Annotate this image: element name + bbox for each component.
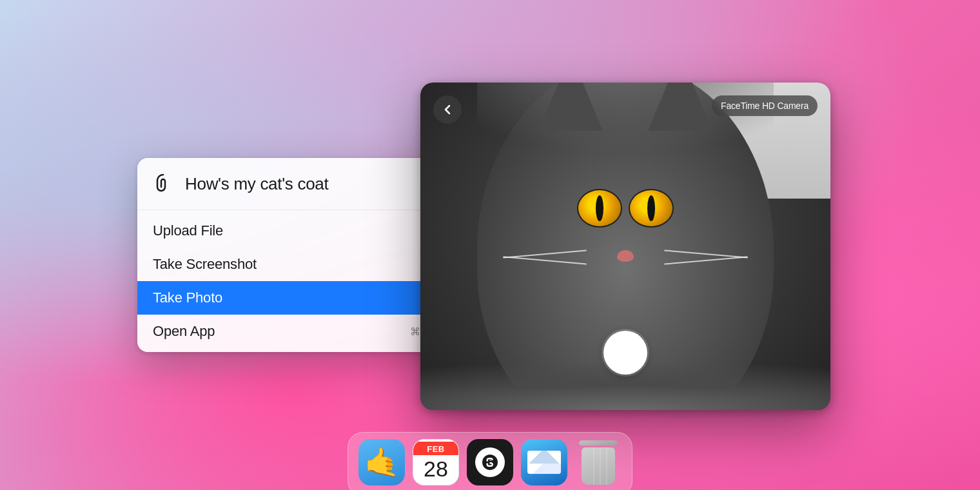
menu-item-open-app-label: Open App [153,323,215,340]
dock-item-chatgpt[interactable] [467,439,513,485]
menu-item-take-screenshot[interactable]: Take Screenshot [137,248,447,281]
whisker-left-bottom [503,256,587,264]
calendar-month: FEB [413,442,458,455]
attachment-icon [150,171,176,197]
cat-nose [617,250,634,262]
dock: FEB 28 [348,432,632,490]
context-menu-panel: How's my cat's coat Upload File Take Scr… [137,158,447,352]
camera-label: FaceTime HD Camera [712,95,818,116]
mail-icon-envelope [527,451,561,474]
shutter-button[interactable] [603,331,647,375]
menu-items-container: Upload File Take Screenshot Take Photo O… [137,210,447,352]
menu-item-open-app[interactable]: Open App ⌘ O [137,315,447,348]
dock-item-calendar[interactable]: FEB 28 [413,439,459,485]
camera-window: FaceTime HD Camera [420,83,830,410]
trash-lid [579,440,618,446]
chatgpt-logo [475,447,505,477]
whisker-right-bottom [664,256,748,264]
finder-icon [358,439,405,485]
camera-back-button[interactable] [433,95,462,124]
trash-body [582,447,615,485]
menu-item-upload-file-label: Upload File [153,222,223,239]
query-text: How's my cat's coat [185,174,328,194]
dock-item-trash[interactable] [575,439,622,485]
menu-item-take-screenshot-label: Take Screenshot [153,256,257,273]
menu-item-upload-file[interactable]: Upload File [137,214,447,248]
cat-eye-left [577,189,622,228]
menu-item-take-photo-label: Take Photo [153,289,222,306]
calendar-day: 28 [424,455,448,484]
query-row: How's my cat's coat [137,158,447,210]
trash-wrapper [579,440,618,485]
menu-item-take-photo[interactable]: Take Photo [137,281,447,315]
dock-item-finder[interactable] [358,439,405,485]
dock-item-mail[interactable] [521,439,567,485]
cat-eye-right [629,189,674,228]
